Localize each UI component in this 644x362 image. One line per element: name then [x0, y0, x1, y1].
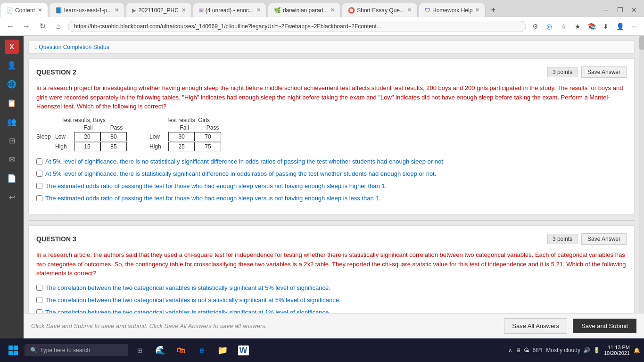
forward-button[interactable]: → — [20, 20, 33, 33]
question-3-title: QUESTION 3 — [36, 235, 76, 243]
question-3-save-btn[interactable]: Save Answer — [581, 233, 627, 245]
save-and-submit-button[interactable]: Save and Submit — [573, 319, 636, 333]
taskbar-notification[interactable]: 🔔 — [634, 347, 640, 354]
tab-content[interactable]: 📄 Content ✕ — [0, 3, 48, 17]
q2-option-3: The estimated odds ratio of passing the … — [36, 182, 627, 190]
tab-close-6[interactable]: ✕ — [407, 7, 412, 13]
profile-icon[interactable]: 👤 — [614, 20, 626, 33]
q2-option-1: At 5% level of significance, there is no… — [36, 157, 627, 166]
minimize-button[interactable]: ─ — [600, 4, 612, 16]
completion-status-bar[interactable]: ↓ Question Completion Status: — [28, 41, 635, 54]
tab-close-5[interactable]: ✕ — [330, 7, 335, 13]
question-2-save-btn[interactable]: Save Answer — [581, 66, 627, 78]
taskbar-up-icon[interactable]: ∧ — [508, 347, 512, 354]
svg-rect-0 — [8, 346, 13, 350]
start-button[interactable] — [4, 341, 23, 360]
windows-icon — [8, 346, 18, 355]
sidebar-icon-group[interactable]: 👥 — [4, 114, 19, 129]
scrollbar-thumb[interactable] — [639, 36, 644, 50]
taskbar-taskview[interactable]: ⊞ — [130, 341, 149, 360]
tab-darwin[interactable]: 🌿 darwinian parad... ✕ — [268, 3, 341, 17]
q3-option-2: The correlation between the two categori… — [36, 296, 627, 304]
tab-email[interactable]: ✉ (4 unread) - enoc... ✕ — [193, 3, 267, 17]
q3-option-2-text[interactable]: The correlation between the two categori… — [45, 296, 340, 304]
question-2-block: QUESTION 2 3 points Save Answer In a res… — [28, 58, 635, 214]
extensions-icon[interactable]: ⚙ — [529, 20, 541, 33]
more-button[interactable]: ··· — [628, 20, 640, 33]
reload-button[interactable]: ↻ — [36, 20, 49, 33]
tab-homework[interactable]: 🛡 Homework Help ✕ — [419, 3, 486, 17]
q3-checkbox-1[interactable] — [36, 285, 42, 291]
sidebar-icon-mail[interactable]: ✉ — [4, 152, 19, 167]
favorites-icon[interactable]: ★ — [571, 20, 584, 33]
sidebar-icon-grid[interactable]: ⊞ — [4, 133, 19, 148]
taskbar-network-icon[interactable]: 🖥 — [515, 347, 521, 354]
q2-option-3-text[interactable]: The estimated odds ratio of passing the … — [45, 182, 387, 190]
tab-learn[interactable]: 📘 learn-us-east-1-p... ✕ — [49, 3, 125, 17]
tab-close-7[interactable]: ✕ — [475, 7, 479, 13]
q3-checkbox-2[interactable] — [36, 297, 42, 303]
taskbar-battery-icon[interactable]: 🔋 — [593, 347, 600, 354]
taskbar-edge2[interactable]: e — [192, 341, 211, 360]
girls-col-fail: Fail — [170, 124, 198, 131]
q2-checkbox-3[interactable] — [36, 183, 42, 189]
q2-checkbox-4[interactable] — [36, 195, 42, 201]
close-window-button[interactable]: ✕ — [628, 4, 640, 16]
taskbar-system-icons: ∧ 🖥 🌤 68°F Mostly cloudy 🔊 🔋 — [508, 347, 600, 354]
question-2-points-badge: 3 points — [547, 67, 578, 77]
completion-status-label: ↓ Question Completion Status: — [34, 44, 111, 50]
tab-label-5: darwinian parad... — [283, 7, 328, 14]
sidebar-icon-back[interactable]: ↩ — [4, 189, 19, 205]
taskbar-right: ∧ 🖥 🌤 68°F Mostly cloudy 🔊 🔋 11:13 PM 10… — [508, 345, 640, 356]
q2-option-4-text[interactable]: The estimated odds ratio of passing the … — [45, 194, 380, 203]
save-all-answers-button[interactable]: Save All Answers — [504, 318, 567, 334]
tab-close-3[interactable]: ✕ — [182, 7, 186, 13]
sidebar-icon-globe[interactable]: 🌐 — [4, 76, 19, 91]
tab-close-2[interactable]: ✕ — [115, 7, 119, 13]
home-button[interactable]: ⌂ — [52, 20, 65, 33]
new-tab-button[interactable]: + — [487, 3, 500, 17]
boys-low-label: Low — [55, 133, 72, 140]
taskbar-edge[interactable]: 🌊 — [151, 341, 170, 360]
restore-button[interactable]: ❐ — [614, 4, 626, 16]
q2-checkbox-1[interactable] — [36, 158, 42, 165]
window-controls: ─ ❐ ✕ — [600, 3, 644, 17]
tab-label-7: Homework Help — [432, 7, 472, 14]
sidebar-icon-user[interactable]: 👤 — [4, 58, 19, 73]
question-divider — [28, 220, 635, 221]
sidebar-close-button[interactable]: X — [5, 40, 19, 54]
boys-low-pass: 80 — [100, 132, 127, 141]
tab-close-4[interactable]: ✕ — [256, 7, 261, 13]
taskbar-speaker-icon[interactable]: 🔊 — [583, 347, 590, 354]
tables-container: Test results, Boys Fail Pass Sleep Low 2… — [36, 117, 627, 152]
girls-table-wrapper: Test results, Girls Fail Pass Low 30 70 — [149, 117, 227, 152]
edge-icon[interactable]: ◎ — [543, 20, 555, 33]
taskbar-search-text: Type here to search — [40, 347, 90, 354]
collections-icon[interactable]: 📚 — [586, 20, 598, 33]
tab-phc[interactable]: ▶ 20211002_PHC ✕ — [126, 3, 191, 17]
q2-checkbox-2[interactable] — [36, 171, 42, 177]
question-2-points-area: 3 points Save Answer — [547, 66, 627, 78]
taskbar-files[interactable]: 📁 — [213, 341, 232, 360]
tab-essay[interactable]: ⭕ Short Essay Que... ✕ — [342, 3, 418, 17]
taskbar-search-box[interactable]: 🔍 Type here to search — [25, 344, 128, 356]
taskbar-store[interactable]: 🛍 — [172, 341, 190, 360]
taskbar-weather-icon[interactable]: 🌤 — [524, 347, 529, 354]
bookmark-icon[interactable]: ☆ — [557, 20, 570, 33]
taskbar-date: 10/20/2021 — [604, 350, 630, 356]
q3-option-1-text[interactable]: The correlation between the two categori… — [45, 284, 330, 292]
back-button[interactable]: ← — [4, 20, 17, 33]
address-icons: ⚙ ◎ ☆ ★ 📚 ⬇ 👤 ··· — [529, 20, 640, 33]
downloads-icon[interactable]: ⬇ — [600, 20, 612, 33]
boys-high-fail: 15 — [74, 142, 100, 151]
question-3-points-area: 3 points Save Answer — [547, 233, 627, 245]
tab-close-1[interactable]: ✕ — [38, 7, 42, 13]
url-input[interactable] — [68, 21, 526, 32]
q2-option-2-text[interactable]: At 5% level of significance, there is st… — [45, 170, 436, 178]
sidebar-icon-clipboard[interactable]: 📋 — [4, 95, 19, 110]
sidebar-icon-doc[interactable]: 📄 — [4, 171, 19, 186]
taskbar-word[interactable]: W — [234, 341, 253, 360]
taskbar-clock[interactable]: 11:13 PM 10/20/2021 — [604, 345, 630, 356]
q2-option-1-text[interactable]: At 5% level of significance, there is no… — [45, 157, 445, 166]
girls-low-fail: 30 — [168, 132, 195, 141]
